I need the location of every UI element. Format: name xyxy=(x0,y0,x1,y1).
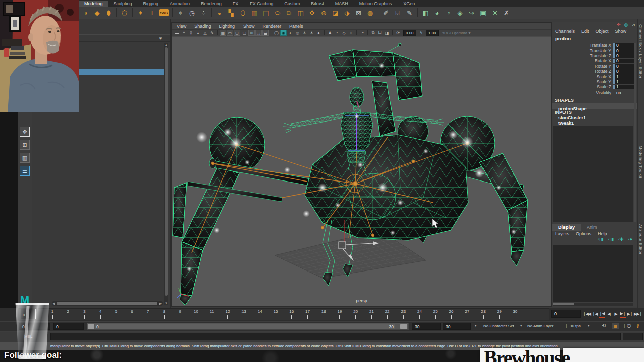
animation-end-field[interactable]: 30 xyxy=(443,323,471,330)
side-tab-modeling-toolkit[interactable]: Modeling Toolkit xyxy=(638,146,643,178)
scroll-left-icon[interactable]: ◀ xyxy=(52,301,55,306)
sphere-project-icon[interactable]: ◍ xyxy=(364,7,376,18)
layout-four-pane-button[interactable]: ⊞ xyxy=(20,140,30,150)
viewport-menu-renderer[interactable]: Renderer xyxy=(262,24,281,29)
bookmark-icon[interactable]: ▴ xyxy=(195,30,201,36)
image-plane-icon[interactable]: △ xyxy=(202,30,208,36)
input-node-skincluster1[interactable]: skinCluster1 xyxy=(558,115,637,121)
viewport-renderer-icon[interactable]: ◨ xyxy=(384,30,390,36)
screen-space-ao-icon[interactable]: ● xyxy=(315,30,322,36)
outliner-vertical-scrollbar[interactable]: ▲ ▼ xyxy=(164,43,168,305)
shelf-tab-bifrost[interactable]: Bifrost xyxy=(306,1,329,7)
timeline-frame-27[interactable]: 27 xyxy=(461,309,473,319)
shadows-icon[interactable]: ☀ xyxy=(308,30,315,36)
channel-value-field[interactable]: 0 xyxy=(613,59,634,64)
timeline-frame-18[interactable]: 18 xyxy=(317,309,330,319)
time-slider[interactable]: 0 12345678910111213141516171819202122232… xyxy=(0,308,644,321)
shelf-tab-custom[interactable]: Custom xyxy=(279,1,305,7)
timeline-frame-30[interactable]: 30 xyxy=(509,309,521,319)
timeline-frame-26[interactable]: 26 xyxy=(445,309,457,319)
anim-layer-chevron[interactable]: ▾ xyxy=(520,324,522,328)
layer-tab-display[interactable]: Display xyxy=(552,224,581,231)
reset-transform-icon[interactable]: ◷ xyxy=(186,7,198,18)
layer-menu-help[interactable]: Help xyxy=(598,231,607,236)
scrollbar-thumb[interactable] xyxy=(165,47,168,296)
range-slider[interactable]: 0 30 xyxy=(87,323,409,330)
multi-cut-icon[interactable]: ⊕ xyxy=(318,7,330,18)
quad-draw-icon[interactable]: ✐ xyxy=(380,7,392,18)
combine-icon[interactable]: ▚ xyxy=(225,7,237,18)
command-line-input[interactable] xyxy=(50,333,621,340)
timeline-frame-29[interactable]: 29 xyxy=(493,309,505,319)
timeline-frame-3[interactable]: 3 xyxy=(78,309,90,319)
perspective-viewport[interactable]: ViewShadingLightingShowRendererPanels ▬⌖… xyxy=(171,22,552,307)
motion-blur-icon[interactable]: ♟ xyxy=(327,30,333,36)
timeline-frame-17[interactable]: 17 xyxy=(302,309,314,319)
bridge-icon[interactable]: ✥ xyxy=(306,7,318,18)
separate-icon[interactable]: ⬯ xyxy=(237,7,249,18)
channel-box-menu-edit[interactable]: Edit xyxy=(581,29,589,34)
shelf-tab-xgen[interactable]: XGen xyxy=(398,1,420,7)
uv-camera-icon[interactable]: ◔ xyxy=(443,7,454,18)
scroll-down-icon[interactable]: ▼ xyxy=(164,302,168,305)
construction-plane-icon[interactable]: ⌖ xyxy=(175,7,186,18)
channel-value-field[interactable]: 0 xyxy=(613,64,634,69)
go-to-end-button[interactable]: ▶▶❘ xyxy=(634,309,642,318)
timeline-frame-8[interactable]: 8 xyxy=(158,309,170,319)
channel-value-field[interactable]: 0 xyxy=(613,48,634,53)
uv-auto-icon[interactable]: ◕ xyxy=(431,7,443,18)
go-to-start-button[interactable]: ❘◀◀ xyxy=(583,309,591,318)
crease-tool-icon[interactable]: ✎ xyxy=(404,7,415,18)
step-back-key-button[interactable]: ❘◀ xyxy=(599,309,605,318)
viewport-3d-view[interactable]: persp xyxy=(172,37,551,306)
shelf-tab-motion-graphics[interactable]: Motion Graphics xyxy=(354,1,397,7)
channel-box-menu-object[interactable]: Object xyxy=(596,29,609,34)
timeline-frame-15[interactable]: 15 xyxy=(270,309,282,319)
shelf-tab-rendering[interactable]: Rendering xyxy=(196,1,227,7)
viewport-menu-show[interactable]: Show xyxy=(243,24,255,29)
uv-cylindrical-icon[interactable]: ◈ xyxy=(454,7,466,18)
timeline-frame-4[interactable]: 4 xyxy=(94,309,106,319)
layer-scrollbar[interactable] xyxy=(553,303,633,306)
timeline-frame-23[interactable]: 23 xyxy=(397,309,410,319)
gate-mask-icon[interactable]: ▢ xyxy=(241,30,248,36)
show-keyable-icon[interactable]: ✣ xyxy=(617,22,621,27)
film-gate-icon[interactable]: ▭ xyxy=(227,30,233,36)
timeline-ruler[interactable]: 0 12345678910111213141516171819202122232… xyxy=(18,308,549,320)
selected-object-name[interactable]: proton xyxy=(555,36,571,41)
layout-outliner-persp-button[interactable]: ☰ xyxy=(20,166,30,176)
unlock-view-icon[interactable]: ⧠ xyxy=(377,30,383,36)
poly-type-icon[interactable]: T xyxy=(146,7,158,18)
safe-title-icon[interactable]: ⬓ xyxy=(262,30,269,36)
timeline-frame-21[interactable]: 21 xyxy=(365,309,377,319)
uv-editor-icon[interactable]: ▣ xyxy=(477,7,489,18)
channel-box-scrollbar[interactable] xyxy=(634,43,636,222)
timeline-frame-28[interactable]: 28 xyxy=(477,309,489,319)
range-handle-left[interactable] xyxy=(88,324,94,329)
shelf-tab-mash[interactable]: MASH xyxy=(330,1,353,7)
viewport-menu-panels[interactable]: Panels xyxy=(289,24,303,29)
field-chart-icon[interactable]: ⊞ xyxy=(248,30,255,36)
scroll-right-icon[interactable]: ▶ xyxy=(159,301,162,306)
wedge-icon[interactable]: ⬗ xyxy=(341,7,353,18)
select-camera-icon[interactable]: ▬ xyxy=(174,30,180,36)
timeline-frame-14[interactable]: 14 xyxy=(254,309,266,319)
step-forward-frame-button[interactable]: ▶❘ xyxy=(627,309,633,318)
timeline-frame-6[interactable]: 6 xyxy=(126,309,138,319)
layer-options-icon[interactable]: ‹● xyxy=(628,237,632,243)
shelf-tab-fx-caching[interactable]: FX Caching xyxy=(245,1,278,7)
isolate-select-icon[interactable]: ▫ xyxy=(348,30,354,36)
extrude-icon[interactable]: ◫ xyxy=(295,7,306,18)
new-empty-layer-icon[interactable]: ‹◨ xyxy=(598,237,604,243)
shelf-tab-modeling[interactable]: Modeling xyxy=(79,1,108,7)
resolution-gate-icon[interactable]: ◻ xyxy=(234,30,240,36)
time-preferences-icon[interactable]: ◷ xyxy=(627,323,631,328)
play-backwards-button[interactable]: ◀ xyxy=(606,309,612,318)
poly-cube-icon[interactable]: ◆ xyxy=(91,7,103,18)
svg-tool-icon[interactable]: SVG xyxy=(159,9,169,16)
new-scene-layer-icon[interactable]: ‹✚ xyxy=(618,237,624,243)
poly-sphere-icon[interactable]: ◑ xyxy=(79,7,91,18)
channel-box-menu-show[interactable]: Show xyxy=(615,29,627,34)
timeline-frame-20[interactable]: 20 xyxy=(350,309,362,319)
step-back-frame-button[interactable]: ❘◀ xyxy=(592,309,598,318)
